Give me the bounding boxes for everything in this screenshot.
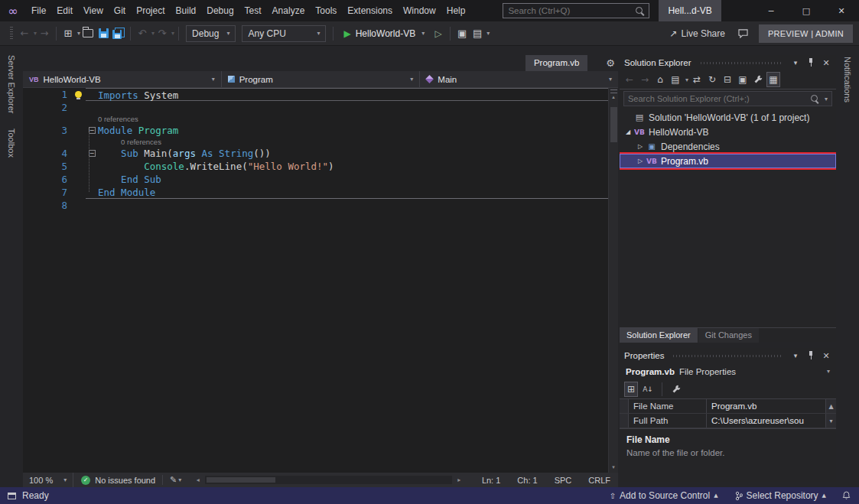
- expander-icon[interactable]: ▷: [635, 158, 646, 164]
- scroll-down-icon[interactable]: ▾: [612, 463, 615, 471]
- menu-item[interactable]: Git: [109, 0, 131, 21]
- panel-menu-caret-icon[interactable]: ▾: [790, 59, 801, 67]
- zoom-control[interactable]: 100 % ▾: [23, 473, 73, 487]
- panel-tab[interactable]: Git Changes: [698, 328, 759, 343]
- line-ending-indicator[interactable]: CRLF: [588, 476, 610, 485]
- preview-admin-badge[interactable]: PREVIEW | ADMIN: [759, 24, 853, 43]
- horizontal-scrollbar-thumb[interactable]: [207, 477, 275, 483]
- list-view-icon[interactable]: ▤: [470, 25, 485, 42]
- property-value[interactable]: Program.vb: [707, 399, 825, 413]
- scroll-up-icon[interactable]: ▴: [612, 93, 615, 101]
- menu-item[interactable]: File: [26, 0, 51, 21]
- notifications-bell-icon[interactable]: [841, 490, 851, 501]
- vertical-tab[interactable]: Toolbox: [7, 128, 16, 158]
- tree-item-helloworld-vb[interactable]: ◢VBHelloWorld-VB: [620, 125, 836, 139]
- collapse-all-icon[interactable]: ⊟: [721, 72, 734, 87]
- minimize-button[interactable]: ─: [753, 0, 789, 21]
- solution-platform-dropdown[interactable]: Any CPU▾: [242, 25, 326, 42]
- row-adorner-icon[interactable]: ▲: [825, 399, 836, 413]
- sync-with-active-document-icon[interactable]: ⇄: [690, 72, 704, 87]
- editor-options-gear-icon[interactable]: ⚙: [606, 55, 615, 71]
- tab-program-vb[interactable]: Program.vb: [525, 55, 587, 71]
- select-repository-button[interactable]: Select Repository ▲: [735, 490, 826, 501]
- code-line-1[interactable]: 1Imports System: [23, 88, 608, 101]
- vertical-tab[interactable]: Server Explorer: [7, 55, 16, 113]
- switch-views-icon[interactable]: ▤: [669, 72, 682, 87]
- properties-pages-icon[interactable]: ▣: [736, 72, 750, 87]
- navigate-forward-icon[interactable]: →: [37, 25, 52, 42]
- panel-menu-caret-icon[interactable]: ▾: [790, 352, 801, 359]
- back-icon[interactable]: ←: [623, 72, 636, 87]
- menu-item[interactable]: View: [78, 0, 109, 21]
- redo-caret-icon[interactable]: ▾: [171, 30, 174, 37]
- row-adorner-icon[interactable]: ▾: [825, 414, 836, 428]
- codelens-references[interactable]: 0 references: [23, 114, 608, 124]
- lightbulb-icon[interactable]: [75, 91, 82, 98]
- close-panel-icon[interactable]: ✕: [821, 351, 831, 361]
- code-line-5[interactable]: 5 Console.WriteLine("Hello World!"): [23, 160, 608, 173]
- issues-status-text[interactable]: No issues found: [95, 476, 155, 485]
- code-line-6[interactable]: 6 End Sub: [23, 173, 608, 186]
- wrench-icon[interactable]: [669, 382, 683, 397]
- project-dropdown[interactable]: VB HelloWorld-VB ▾: [23, 71, 222, 87]
- maximize-button[interactable]: □: [789, 0, 824, 21]
- tree-item-dependencies[interactable]: ▷▣Dependencies: [620, 139, 836, 154]
- code-cleanup-caret-icon[interactable]: ▾: [178, 476, 181, 483]
- search-options-caret-icon[interactable]: ▾: [825, 96, 828, 102]
- menu-item[interactable]: Tools: [310, 0, 342, 21]
- close-panel-icon[interactable]: ✕: [821, 58, 831, 68]
- menu-item[interactable]: Analyze: [267, 0, 311, 21]
- health-check-icon[interactable]: ✓: [81, 476, 90, 485]
- navigate-back-icon[interactable]: ←: [17, 25, 32, 42]
- member-dropdown[interactable]: Main ▾: [420, 71, 618, 87]
- home-icon[interactable]: ⌂: [653, 72, 667, 87]
- new-project-icon[interactable]: ⊞: [60, 25, 76, 42]
- panel-drag-grip[interactable]: [701, 62, 781, 64]
- categorized-icon[interactable]: ⊞: [624, 382, 638, 397]
- menu-item[interactable]: Window: [398, 0, 441, 21]
- codelens-references[interactable]: 0 references: [23, 137, 608, 147]
- solution-search-box[interactable]: ▾: [623, 91, 832, 106]
- scroll-left-icon[interactable]: ◂: [192, 476, 203, 483]
- panel-drag-grip[interactable]: [673, 355, 781, 357]
- expander-icon[interactable]: ▷: [635, 143, 646, 150]
- code-line-3[interactable]: 3−Module Program: [23, 124, 608, 137]
- pin-icon[interactable]: [805, 351, 816, 361]
- type-dropdown[interactable]: Program ▾: [222, 71, 421, 87]
- horizontal-scrollbar[interactable]: [205, 476, 452, 484]
- line-indicator[interactable]: Ln: 1: [482, 476, 500, 485]
- code-line-4[interactable]: 4− Sub Main(args As String()): [23, 147, 608, 160]
- object-dropdown-caret-icon[interactable]: ▾: [827, 368, 830, 375]
- tree-item-solution-helloworld-vb-1-of-1-project[interactable]: ▤Solution 'HelloWorld-VB' (1 of 1 projec…: [620, 110, 836, 125]
- tree-item-program-vb[interactable]: ▷VBProgram.vb: [620, 154, 836, 168]
- menu-item[interactable]: Edit: [51, 0, 78, 21]
- add-to-source-control-button[interactable]: ⇧ Add to Source Control ▲: [610, 490, 718, 501]
- list-view-caret-icon[interactable]: ▾: [486, 30, 490, 37]
- solution-search-input[interactable]: [628, 94, 807, 103]
- menu-item[interactable]: Help: [441, 0, 471, 21]
- menu-item[interactable]: Project: [131, 0, 170, 21]
- undo-icon[interactable]: ↶: [135, 25, 150, 42]
- property-row[interactable]: File Name Program.vb ▲: [620, 399, 836, 414]
- code-line-8[interactable]: 8: [23, 199, 608, 212]
- panel-tab[interactable]: Solution Explorer: [620, 328, 698, 343]
- pin-icon[interactable]: [805, 58, 816, 68]
- quick-search-box[interactable]: [503, 3, 649, 18]
- start-without-debugging-icon[interactable]: ▷: [431, 25, 446, 42]
- vertical-tab[interactable]: Notifications: [843, 57, 852, 102]
- code-editor[interactable]: 1Imports System20 references3−Module Pro…: [23, 88, 618, 473]
- switch-views-caret-icon[interactable]: ▾: [685, 76, 688, 83]
- scroll-right-icon[interactable]: ▸: [454, 476, 465, 483]
- code-cleanup-icon[interactable]: ✎: [170, 475, 177, 485]
- save-button[interactable]: [96, 25, 111, 42]
- open-folder-icon[interactable]: [80, 25, 96, 42]
- document-window-icon[interactable]: ▣: [454, 25, 470, 42]
- spaces-indicator[interactable]: SPC: [555, 476, 572, 485]
- property-row[interactable]: Full Path C:\Users\azureuser\sou ▾: [620, 414, 836, 428]
- scrollbar-thumb[interactable]: [610, 107, 617, 142]
- menu-item[interactable]: Test: [239, 0, 267, 21]
- code-line-2[interactable]: 2: [23, 101, 608, 114]
- feedback-icon[interactable]: [736, 25, 751, 42]
- start-debugging-button[interactable]: ▶ HelloWorld-VB ▾: [337, 25, 431, 42]
- refresh-icon[interactable]: ↻: [705, 72, 719, 87]
